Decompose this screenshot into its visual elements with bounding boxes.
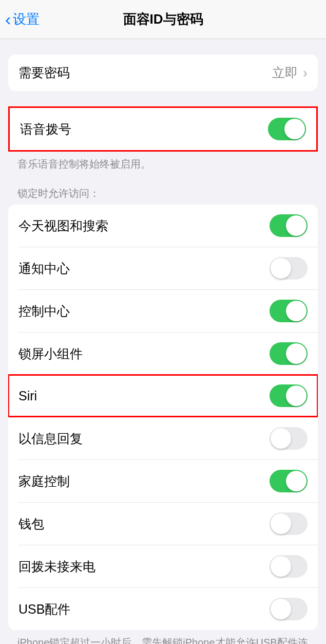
- voice-dial-toggle[interactable]: [268, 118, 306, 140]
- toggle-knob: [271, 513, 291, 534]
- require-passcode-label: 需要密码: [18, 64, 70, 81]
- lock-access-item-label: Siri: [18, 389, 37, 403]
- lock-access-toggle[interactable]: [270, 342, 308, 365]
- toggle-knob: [286, 385, 306, 406]
- lock-access-row: USB配件: [18, 587, 318, 630]
- lock-access-item-label: 钱包: [18, 516, 44, 532]
- voice-dial-footer: 音乐语音控制将始终被启用。: [0, 152, 326, 171]
- lock-access-toggle[interactable]: [270, 512, 308, 535]
- lock-access-row: 今天视图和搜索: [8, 205, 318, 247]
- toggle-knob: [286, 471, 306, 491]
- lock-access-item-label: 锁屏小组件: [18, 345, 83, 362]
- lock-access-toggle[interactable]: [270, 384, 308, 407]
- lock-access-item-label: 控制中心: [18, 303, 70, 320]
- lock-access-toggle[interactable]: [270, 214, 308, 237]
- require-passcode-value-group: 立即 ›: [272, 64, 308, 81]
- voice-dial-row: 语音拨号: [10, 108, 316, 150]
- toggle-knob: [286, 215, 306, 236]
- lock-access-toggle[interactable]: [270, 555, 308, 578]
- lock-access-item-label: USB配件: [18, 601, 70, 618]
- lock-access-header: 锁定时允许访问：: [0, 171, 326, 205]
- chevron-right-icon: ›: [303, 65, 308, 81]
- back-label: 设置: [13, 10, 40, 28]
- lock-access-row: 通知中心: [18, 247, 318, 289]
- lock-access-row: 控制中心: [18, 289, 318, 332]
- lock-access-toggle[interactable]: [270, 598, 308, 620]
- lock-access-item-label: 家庭控制: [18, 473, 70, 490]
- require-passcode-section: 需要密码 立即 ›: [8, 54, 318, 91]
- lock-access-toggle[interactable]: [270, 470, 308, 492]
- lock-access-row: 锁屏小组件: [18, 332, 318, 375]
- lock-access-section: 今天视图和搜索通知中心控制中心锁屏小组件Siri以信息回复家庭控制钱包回拨未接来…: [8, 205, 318, 630]
- toggle-knob: [271, 556, 291, 577]
- require-passcode-value: 立即: [272, 64, 298, 81]
- require-passcode-row[interactable]: 需要密码 立即 ›: [8, 54, 318, 91]
- toggle-knob: [271, 258, 291, 279]
- toggle-knob: [284, 119, 305, 139]
- chevron-left-icon: ‹: [5, 9, 11, 29]
- toggle-knob: [286, 343, 306, 364]
- navigation-bar: ‹ 设置 面容ID与密码: [0, 0, 326, 39]
- page-title: 面容ID与密码: [0, 10, 326, 28]
- lock-access-toggle[interactable]: [270, 427, 308, 450]
- lock-access-toggle[interactable]: [270, 257, 308, 280]
- back-button[interactable]: ‹ 设置: [0, 9, 40, 29]
- lock-access-row: 以信息回复: [18, 417, 318, 459]
- voice-dial-section: 语音拨号: [8, 106, 318, 152]
- lock-access-item-label: 回拨未接来电: [18, 558, 95, 575]
- lock-access-row: 回拨未接来电: [18, 545, 318, 587]
- lock-access-item-label: 通知中心: [18, 260, 70, 277]
- lock-access-footer: iPhone锁定超过一小时后，需先解锁iPhone才能允许USB配件连接。: [0, 630, 326, 644]
- toggle-knob: [271, 599, 291, 619]
- voice-dial-label: 语音拨号: [20, 121, 71, 138]
- toggle-knob: [286, 301, 306, 321]
- lock-access-item-label: 以信息回复: [18, 430, 83, 447]
- lock-access-row: 钱包: [18, 502, 318, 545]
- lock-access-row: 家庭控制: [18, 459, 318, 502]
- lock-access-item-label: 今天视图和搜索: [18, 217, 108, 234]
- toggle-knob: [271, 428, 291, 449]
- lock-access-toggle[interactable]: [270, 300, 308, 322]
- lock-access-row: Siri: [8, 375, 318, 417]
